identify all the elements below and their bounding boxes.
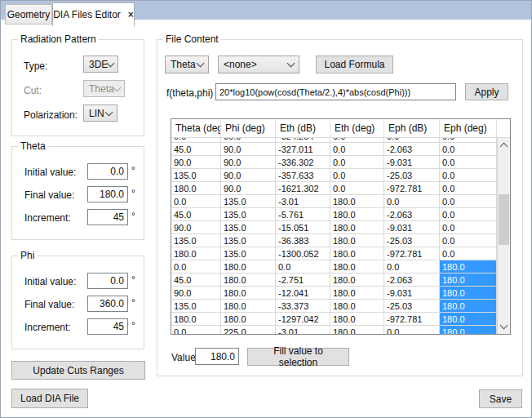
column-header[interactable]: Eph (dB) (384, 119, 440, 137)
table-cell[interactable]: 0.0 (440, 195, 497, 208)
table-cell[interactable]: -9.031 (384, 287, 440, 300)
table-cell[interactable]: 90.0 (171, 221, 221, 234)
formula-preset-combobox[interactable]: <none> (218, 56, 299, 73)
table-cell[interactable]: -357.633 (276, 169, 330, 182)
table-cell[interactable]: 180.0 (330, 287, 384, 300)
table-cell[interactable]: 0.0 (330, 143, 384, 156)
value-input[interactable]: 180.0 (195, 348, 239, 365)
table-cell[interactable]: -1297.042 (276, 313, 330, 326)
table-cell[interactable]: -1300.052 (276, 247, 330, 260)
table-cell[interactable]: 45.0 (171, 273, 221, 287)
scroll-down-icon[interactable] (498, 320, 510, 334)
table-cell[interactable]: 90.0 (171, 287, 221, 300)
table-cell[interactable]: 135.0 (171, 300, 221, 313)
type-combobox[interactable]: 3DE (83, 56, 118, 73)
table-cell[interactable]: 0.0 (171, 195, 221, 208)
table-cell[interactable]: 135.0 (221, 208, 276, 221)
table-cell[interactable]: 0.0 (440, 156, 497, 169)
formula-input[interactable]: 20*log10(pow(cosd(Theta/2.),4)*abs(cosd(… (215, 83, 456, 100)
table-cell[interactable]: 180.0 (221, 300, 276, 313)
fill-value-button[interactable]: Fill value to selection (247, 348, 349, 366)
theta-final-input[interactable]: 180.0 (87, 186, 128, 202)
close-icon[interactable]: × (128, 10, 134, 20)
table-cell[interactable]: 180.0 (221, 287, 276, 300)
phi-initial-input[interactable]: 0.0 (87, 273, 128, 289)
table-cell[interactable]: 180.0 (330, 195, 384, 208)
scroll-up-icon[interactable] (498, 138, 510, 152)
phi-increment-input[interactable]: 45 (87, 318, 128, 335)
theta-initial-input[interactable]: 0.0 (87, 163, 128, 180)
table-cell[interactable]: -36.383 (276, 234, 330, 247)
table-cell[interactable]: 0.0 (171, 260, 221, 273)
table-cell[interactable]: 180.0 (440, 273, 497, 287)
table-cell[interactable]: 0.0 (440, 208, 497, 221)
table-cell[interactable]: 90.0 (221, 169, 276, 182)
save-button[interactable]: Save (479, 389, 522, 408)
table-cell[interactable]: -25.03 (384, 169, 440, 182)
phi-final-input[interactable]: 360.0 (87, 296, 128, 312)
table-cell[interactable]: 225.0 (221, 326, 276, 334)
column-header[interactable]: Eth (deg) (330, 119, 384, 137)
table-cell[interactable]: 0.0 (440, 247, 497, 260)
table-cell[interactable]: -15.051 (276, 221, 330, 234)
table-cell[interactable]: -33.373 (276, 300, 330, 313)
table-cell[interactable]: -25.03 (384, 234, 440, 247)
table-cell[interactable]: 180.0 (330, 208, 384, 221)
table-cell[interactable]: -12.041 (276, 287, 330, 300)
table-cell[interactable]: -327.011 (276, 143, 330, 156)
table-cell[interactable]: -3.01 (276, 326, 330, 334)
table-cell[interactable]: 45.0 (171, 143, 221, 156)
table-cell[interactable]: 0.0 (276, 260, 330, 273)
table-cell[interactable]: 180.0 (171, 247, 221, 260)
table-cell[interactable]: 180.0 (330, 234, 384, 247)
apply-button[interactable]: Apply (465, 83, 508, 100)
table-cell[interactable]: 180.0 (330, 313, 384, 326)
table-cell[interactable]: 180.0 (330, 273, 384, 287)
table-cell[interactable]: 180.0 (440, 326, 497, 334)
tab-geometry[interactable]: Geometry (5, 4, 52, 24)
table-cell[interactable]: 180.0 (440, 287, 497, 300)
table-cell[interactable]: 180.0 (330, 221, 384, 234)
table-cell[interactable]: 135.0 (221, 234, 276, 247)
table-cell[interactable]: 180.0 (440, 260, 497, 273)
load-formula-button[interactable]: Load Formula (316, 56, 393, 73)
table-cell[interactable]: -5.761 (276, 208, 330, 221)
column-header[interactable]: Eph (deg) (440, 119, 497, 137)
table-cell[interactable]: -9.031 (384, 221, 440, 234)
table-cell[interactable]: 135.0 (221, 247, 276, 260)
table-cell[interactable]: 90.0 (221, 156, 276, 169)
table-cell[interactable]: -1621.302 (276, 182, 330, 195)
component-combobox[interactable]: Theta (165, 56, 209, 73)
vertical-scrollbar[interactable] (497, 138, 510, 334)
table-cell[interactable]: 0.0 (384, 326, 440, 334)
table-cell[interactable]: 90.0 (221, 143, 276, 156)
table-cell[interactable]: 135.0 (221, 221, 276, 234)
table-cell[interactable]: 135.0 (221, 195, 276, 208)
table-cell[interactable]: 0.0 (330, 156, 384, 169)
table-cell[interactable]: -972.781 (384, 313, 440, 326)
table-cell[interactable]: 180.0 (440, 313, 497, 326)
table-cell[interactable]: 180.0 (171, 182, 221, 195)
table-cell[interactable]: -25.03 (384, 300, 440, 313)
table-cell[interactable]: -3.01 (276, 195, 330, 208)
table-cell[interactable]: -2.063 (384, 273, 440, 287)
table-cell[interactable]: 0.0 (330, 169, 384, 182)
table-cell[interactable]: 180.0 (221, 260, 276, 273)
column-header[interactable]: Phi (deg) (221, 119, 276, 137)
table-cell[interactable]: 135.0 (171, 234, 221, 247)
table-cell[interactable]: -9.031 (384, 156, 440, 169)
table-cell[interactable]: 0.0 (330, 182, 384, 195)
table-cell[interactable]: 0.0 (440, 182, 497, 195)
table-cell[interactable]: 180.0 (171, 313, 221, 326)
table-cell[interactable]: -972.781 (384, 247, 440, 260)
table-cell[interactable]: 180.0 (221, 313, 276, 326)
column-header[interactable]: Eth (dB) (276, 119, 330, 137)
update-cuts-ranges-button[interactable]: Update Cuts Ranges (11, 361, 145, 380)
table-cell[interactable]: -2.063 (384, 208, 440, 221)
table-cell[interactable]: 90.0 (171, 156, 221, 169)
table-cell[interactable]: 180.0 (330, 300, 384, 313)
polarization-combobox[interactable]: LIN (83, 104, 117, 122)
table-cell[interactable]: -2.063 (384, 143, 440, 156)
table-cell[interactable]: 45.0 (171, 208, 221, 221)
table-cell[interactable]: 0.0 (440, 234, 497, 247)
